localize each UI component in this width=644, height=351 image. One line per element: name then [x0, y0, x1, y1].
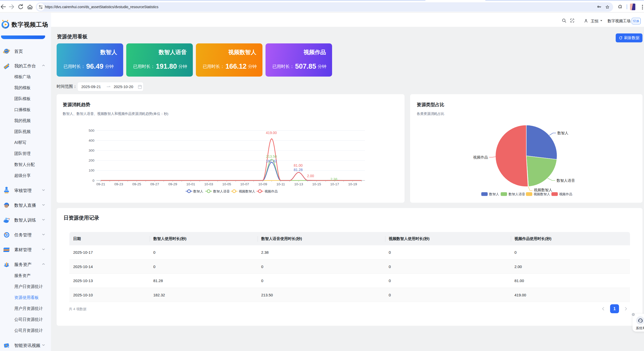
svg-text:2.00: 2.00 — [307, 174, 314, 178]
svg-text:10-17: 10-17 — [330, 182, 339, 186]
svg-text:数智人: 数智人 — [489, 192, 499, 196]
svg-text:100: 100 — [89, 168, 94, 172]
svg-text:视频作品: 视频作品 — [473, 155, 488, 159]
svg-text:09-23: 09-23 — [114, 182, 123, 186]
svg-text:数智人语音: 数智人语音 — [508, 192, 525, 196]
svg-text:视频作品: 视频作品 — [559, 192, 572, 196]
svg-text:400: 400 — [89, 139, 94, 142]
svg-text:81.00: 81.00 — [294, 163, 302, 167]
svg-text:09-25: 09-25 — [132, 182, 141, 186]
svg-text:数智人语音: 数智人语音 — [557, 178, 575, 183]
svg-text:419.00: 419.00 — [266, 131, 277, 135]
svg-text:10-13: 10-13 — [294, 182, 303, 186]
svg-text:200: 200 — [89, 159, 94, 162]
svg-text:0: 0 — [92, 179, 94, 183]
svg-text:09-21: 09-21 — [96, 182, 105, 186]
svg-text:视频数智人: 视频数智人 — [239, 189, 255, 193]
svg-text:10-03: 10-03 — [204, 182, 213, 186]
svg-text:数智人: 数智人 — [193, 189, 203, 193]
svg-text:视频数智人: 视频数智人 — [534, 192, 550, 196]
svg-text:数智人语音: 数智人语音 — [213, 189, 230, 193]
svg-text:81.28: 81.28 — [294, 168, 302, 172]
svg-text:10-09: 10-09 — [258, 182, 267, 186]
svg-text:10-01: 10-01 — [186, 182, 195, 186]
svg-text:2.38: 2.38 — [330, 177, 337, 181]
svg-text:10-11: 10-11 — [276, 182, 285, 186]
svg-text:182.32: 182.32 — [266, 159, 277, 163]
svg-text:500: 500 — [89, 129, 94, 132]
svg-text:视频数智人: 视频数智人 — [534, 188, 552, 192]
svg-text:10-05: 10-05 — [222, 182, 231, 186]
svg-text:数智人: 数智人 — [557, 131, 569, 135]
svg-text:10-07: 10-07 — [240, 182, 249, 186]
svg-text:09-27: 09-27 — [150, 182, 159, 186]
svg-text:10-19: 10-19 — [348, 182, 357, 186]
svg-text:10-15: 10-15 — [312, 182, 321, 186]
svg-text:300: 300 — [89, 149, 94, 152]
svg-text:09-29: 09-29 — [168, 182, 177, 186]
svg-text:视频作品: 视频作品 — [264, 189, 278, 193]
svg-text:213.50: 213.50 — [266, 154, 277, 159]
